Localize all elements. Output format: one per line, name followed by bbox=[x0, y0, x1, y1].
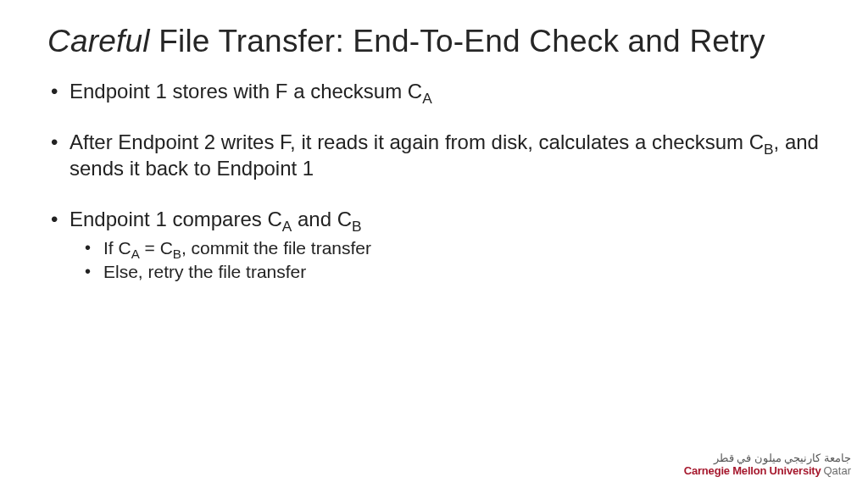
bullet-3-subB: B bbox=[352, 218, 362, 235]
b3s1-pre: If C bbox=[103, 238, 131, 258]
bullet-3-sub1: If CA = CB, commit the file transfer bbox=[103, 236, 821, 260]
bullet-3-sublist: If CA = CB, commit the file transfer Els… bbox=[70, 236, 821, 285]
slide-title: Careful File Transfer: End-To-End Check … bbox=[47, 24, 821, 59]
bullet-3-sub2: Else, retry the file transfer bbox=[103, 260, 821, 284]
bullet-3-subA: A bbox=[282, 218, 292, 235]
b3s1-post: , commit the file transfer bbox=[181, 238, 371, 258]
logo-cmu: Carnegie Mellon University bbox=[684, 464, 821, 477]
bullet-list: Endpoint 1 stores with F a checksum CA A… bbox=[47, 78, 821, 284]
logo-english: Carnegie Mellon UniversityQatar bbox=[684, 465, 851, 476]
b3s2-text: Else, retry the file transfer bbox=[103, 262, 306, 281]
title-italic: Careful bbox=[47, 24, 150, 58]
slide: Careful File Transfer: End-To-End Check … bbox=[0, 0, 868, 488]
bullet-3-pre: Endpoint 1 compares C bbox=[70, 208, 282, 230]
logo-qatar: Qatar bbox=[823, 464, 851, 477]
bullet-2-pre: After Endpoint 2 writes F, it reads it a… bbox=[70, 130, 764, 153]
title-rest: File Transfer: End-To-End Check and Retr… bbox=[150, 24, 765, 58]
bullet-1-sub: A bbox=[422, 90, 432, 107]
cmu-qatar-logo: جامعة كارنيجي ميلون في قطر Carnegie Mell… bbox=[684, 452, 851, 476]
b3s1-mid: = C bbox=[140, 238, 173, 258]
bullet-2-sub: B bbox=[764, 140, 774, 157]
bullet-1-text: Endpoint 1 stores with F a checksum C bbox=[70, 80, 422, 103]
b3s1-subB: B bbox=[173, 247, 181, 261]
b3s1-subA: A bbox=[131, 247, 140, 261]
bullet-3: Endpoint 1 compares CA and CB If CA = CB… bbox=[70, 206, 821, 284]
bullet-2: After Endpoint 2 writes F, it reads it a… bbox=[70, 129, 821, 182]
bullet-1: Endpoint 1 stores with F a checksum CA bbox=[70, 78, 821, 105]
bullet-3-mid: and C bbox=[292, 208, 352, 230]
logo-arabic: جامعة كارنيجي ميلون في قطر bbox=[684, 452, 851, 463]
